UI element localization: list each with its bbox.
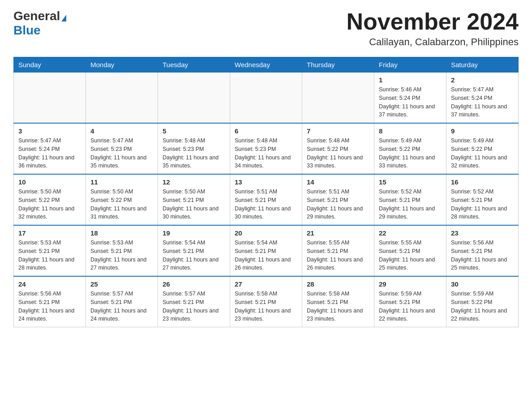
day-info: Sunrise: 5:48 AMSunset: 5:23 PMDaylight:… [163,137,225,170]
calendar-cell: 9Sunrise: 5:49 AMSunset: 5:22 PMDaylight… [446,123,519,174]
location: Calilayan, Calabarzon, Philippines [347,36,519,48]
day-info: Sunrise: 5:48 AMSunset: 5:22 PMDaylight:… [307,137,369,170]
day-number: 26 [163,280,225,288]
calendar-cell: 29Sunrise: 5:59 AMSunset: 5:21 PMDayligh… [374,276,446,327]
calendar-cell: 8Sunrise: 5:49 AMSunset: 5:22 PMDaylight… [374,123,446,174]
day-info: Sunrise: 5:59 AMSunset: 5:22 PMDaylight:… [451,290,514,323]
day-info: Sunrise: 5:57 AMSunset: 5:21 PMDaylight:… [163,290,225,323]
calendar-cell: 14Sunrise: 5:51 AMSunset: 5:21 PMDayligh… [302,174,374,225]
month-title: November 2024 [347,9,519,34]
calendar-header-wednesday: Wednesday [230,57,302,73]
day-number: 5 [163,127,225,135]
calendar-header-saturday: Saturday [446,57,519,73]
day-number: 21 [307,229,369,237]
day-number: 13 [235,178,297,186]
calendar-cell: 2Sunrise: 5:47 AMSunset: 5:24 PMDaylight… [446,73,519,124]
day-number: 8 [379,127,442,135]
logo-triangle-icon [61,15,66,21]
calendar-cell: 1Sunrise: 5:46 AMSunset: 5:24 PMDaylight… [374,73,446,124]
day-info: Sunrise: 5:55 AMSunset: 5:21 PMDaylight:… [379,239,442,272]
day-number: 15 [379,178,442,186]
title-section: November 2024 Calilayan, Calabarzon, Phi… [347,9,519,48]
calendar-cell: 21Sunrise: 5:55 AMSunset: 5:21 PMDayligh… [302,225,374,276]
calendar-cell: 25Sunrise: 5:57 AMSunset: 5:21 PMDayligh… [86,276,158,327]
day-number: 12 [163,178,225,186]
calendar-cell: 27Sunrise: 5:58 AMSunset: 5:21 PMDayligh… [230,276,302,327]
calendar-header-thursday: Thursday [302,57,374,73]
day-number: 7 [307,127,369,135]
calendar-cell: 28Sunrise: 5:58 AMSunset: 5:21 PMDayligh… [302,276,374,327]
calendar-cell: 12Sunrise: 5:50 AMSunset: 5:21 PMDayligh… [158,174,230,225]
day-number: 11 [90,178,153,186]
day-info: Sunrise: 5:52 AMSunset: 5:21 PMDaylight:… [379,188,442,221]
day-info: Sunrise: 5:58 AMSunset: 5:21 PMDaylight:… [235,290,297,323]
calendar-cell: 22Sunrise: 5:55 AMSunset: 5:21 PMDayligh… [374,225,446,276]
calendar-cell [14,73,86,124]
page-header: General Blue November 2024 Calilayan, Ca… [13,9,519,48]
day-number: 2 [451,76,514,84]
day-number: 14 [307,178,369,186]
day-info: Sunrise: 5:51 AMSunset: 5:21 PMDaylight:… [235,188,297,221]
calendar-table: SundayMondayTuesdayWednesdayThursdayFrid… [13,57,519,327]
calendar-cell: 6Sunrise: 5:48 AMSunset: 5:23 PMDaylight… [230,123,302,174]
day-number: 1 [379,76,442,84]
day-number: 4 [90,127,153,135]
calendar-cell: 24Sunrise: 5:56 AMSunset: 5:21 PMDayligh… [14,276,86,327]
calendar-cell: 11Sunrise: 5:50 AMSunset: 5:22 PMDayligh… [86,174,158,225]
calendar-week-row: 17Sunrise: 5:53 AMSunset: 5:21 PMDayligh… [14,225,519,276]
calendar-header-monday: Monday [86,57,158,73]
day-number: 3 [18,127,81,135]
day-number: 6 [235,127,297,135]
calendar-cell: 16Sunrise: 5:52 AMSunset: 5:21 PMDayligh… [446,174,519,225]
calendar-cell: 7Sunrise: 5:48 AMSunset: 5:22 PMDaylight… [302,123,374,174]
day-number: 24 [18,280,81,288]
day-info: Sunrise: 5:50 AMSunset: 5:22 PMDaylight:… [90,188,153,221]
day-info: Sunrise: 5:48 AMSunset: 5:23 PMDaylight:… [235,137,297,170]
calendar-cell: 23Sunrise: 5:56 AMSunset: 5:21 PMDayligh… [446,225,519,276]
calendar-week-row: 24Sunrise: 5:56 AMSunset: 5:21 PMDayligh… [14,276,519,327]
day-number: 27 [235,280,297,288]
calendar-cell: 4Sunrise: 5:47 AMSunset: 5:23 PMDaylight… [86,123,158,174]
day-info: Sunrise: 5:47 AMSunset: 5:23 PMDaylight:… [90,137,153,170]
calendar-header-row: SundayMondayTuesdayWednesdayThursdayFrid… [14,57,519,73]
day-number: 18 [90,229,153,237]
day-number: 10 [18,178,81,186]
logo-general: General [13,9,60,23]
calendar-week-row: 10Sunrise: 5:50 AMSunset: 5:22 PMDayligh… [14,174,519,225]
day-info: Sunrise: 5:50 AMSunset: 5:21 PMDaylight:… [163,188,225,221]
day-info: Sunrise: 5:59 AMSunset: 5:21 PMDaylight:… [379,290,442,323]
day-info: Sunrise: 5:53 AMSunset: 5:21 PMDaylight:… [18,239,81,272]
calendar-cell: 20Sunrise: 5:54 AMSunset: 5:21 PMDayligh… [230,225,302,276]
day-info: Sunrise: 5:52 AMSunset: 5:21 PMDaylight:… [451,188,514,221]
calendar-cell: 15Sunrise: 5:52 AMSunset: 5:21 PMDayligh… [374,174,446,225]
day-number: 23 [451,229,514,237]
calendar-cell: 17Sunrise: 5:53 AMSunset: 5:21 PMDayligh… [14,225,86,276]
logo: General Blue [13,9,66,38]
calendar-header-sunday: Sunday [14,57,86,73]
calendar-week-row: 3Sunrise: 5:47 AMSunset: 5:24 PMDaylight… [14,123,519,174]
day-info: Sunrise: 5:56 AMSunset: 5:21 PMDaylight:… [451,239,514,272]
calendar-cell [230,73,302,124]
day-number: 30 [451,280,514,288]
calendar-cell [158,73,230,124]
day-number: 28 [307,280,369,288]
logo-blue: Blue [13,23,41,37]
calendar-cell: 19Sunrise: 5:54 AMSunset: 5:21 PMDayligh… [158,225,230,276]
calendar-cell: 18Sunrise: 5:53 AMSunset: 5:21 PMDayligh… [86,225,158,276]
day-info: Sunrise: 5:50 AMSunset: 5:22 PMDaylight:… [18,188,81,221]
day-number: 19 [163,229,225,237]
day-info: Sunrise: 5:46 AMSunset: 5:24 PMDaylight:… [379,86,442,119]
day-number: 25 [90,280,153,288]
day-info: Sunrise: 5:58 AMSunset: 5:21 PMDaylight:… [307,290,369,323]
calendar-cell: 10Sunrise: 5:50 AMSunset: 5:22 PMDayligh… [14,174,86,225]
day-number: 29 [379,280,442,288]
day-info: Sunrise: 5:47 AMSunset: 5:24 PMDaylight:… [18,137,81,170]
day-info: Sunrise: 5:51 AMSunset: 5:21 PMDaylight:… [307,188,369,221]
calendar-cell [302,73,374,124]
day-info: Sunrise: 5:55 AMSunset: 5:21 PMDaylight:… [307,239,369,272]
calendar-cell: 30Sunrise: 5:59 AMSunset: 5:22 PMDayligh… [446,276,519,327]
day-number: 9 [451,127,514,135]
calendar-cell [86,73,158,124]
day-info: Sunrise: 5:56 AMSunset: 5:21 PMDaylight:… [18,290,81,323]
day-number: 17 [18,229,81,237]
